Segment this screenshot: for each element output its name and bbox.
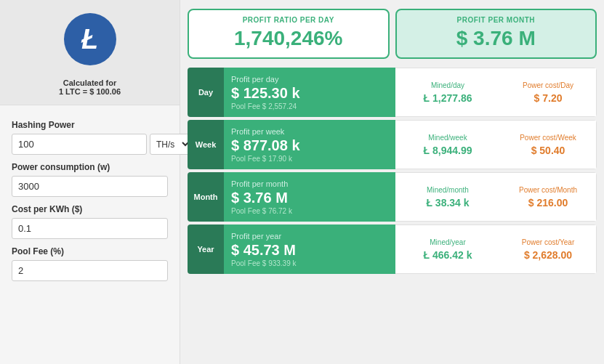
row-mined-cell-3: Mined/year Ł 466.42 k <box>395 225 500 274</box>
row-profit-label-2: Profit per month <box>231 179 388 188</box>
ltc-logo-text: Ł <box>81 24 98 55</box>
ltc-logo: Ł <box>64 13 116 65</box>
row-power-value-1: $ 50.40 <box>531 145 565 156</box>
profit-month-label: PROFIT PER MONTH <box>404 16 589 24</box>
row-mined-value-1: Ł 8,944.99 <box>424 145 472 156</box>
row-period-day: Day <box>188 68 224 117</box>
table-grid: Day Profit per day $ 125.30 k Pool Fee $… <box>188 68 597 274</box>
row-pool-fee-3: Pool Fee $ 933.39 k <box>231 259 388 267</box>
row-mined-label-1: Mined/week <box>428 134 467 142</box>
summary-row: PROFIT RATIO PER DAY 1,740,246% PROFIT P… <box>188 9 597 59</box>
row-power-cell-2: Power cost/Month $ 216.00 <box>500 172 597 222</box>
row-power-cell-0: Power cost/Day $ 7.20 <box>500 68 597 117</box>
row-power-value-0: $ 7.20 <box>534 92 563 104</box>
row-profit-cell-1: Profit per week $ 877.08 k Pool Fee $ 17… <box>224 120 395 169</box>
row-profit-value-0: $ 125.30 k <box>231 85 388 102</box>
row-mined-value-0: Ł 1,277.86 <box>424 92 472 104</box>
pool-fee-input[interactable] <box>12 260 168 281</box>
row-power-value-2: $ 216.00 <box>528 197 568 209</box>
row-mined-value-3: Ł 466.42 k <box>424 249 472 261</box>
row-mined-value-2: Ł 38.34 k <box>426 197 469 209</box>
cost-per-kwh-label: Cost per KWh ($) <box>12 204 168 214</box>
power-consumption-row <box>12 176 168 197</box>
profit-month-value: $ 3.76 M <box>404 27 589 50</box>
main-container: Ł Calculated for 1 LTC = $ 100.06 Hashin… <box>0 0 604 364</box>
row-pool-fee-0: Pool Fee $ 2,557.24 <box>231 102 388 110</box>
row-mined-cell-2: Mined/month Ł 38.34 k <box>395 172 500 222</box>
left-panel: Ł Calculated for 1 LTC = $ 100.06 Hashin… <box>0 0 180 364</box>
row-mined-label-2: Mined/month <box>427 186 469 194</box>
form-section: Hashing Power TH/s GH/s MH/s Power consu… <box>0 105 180 281</box>
row-profit-value-2: $ 3.76 M <box>231 190 388 206</box>
right-panel: PROFIT RATIO PER DAY 1,740,246% PROFIT P… <box>180 0 604 364</box>
pool-fee-label: Pool Fee (%) <box>12 246 168 256</box>
row-profit-cell-3: Profit per year $ 45.73 M Pool Fee $ 933… <box>224 225 395 274</box>
hashing-power-label: Hashing Power <box>12 120 168 130</box>
row-profit-label-3: Profit per year <box>231 232 388 240</box>
row-pool-fee-2: Pool Fee $ 76.72 k <box>231 207 388 215</box>
row-profit-label-0: Profit per day <box>231 75 388 84</box>
row-profit-value-3: $ 45.73 M <box>231 242 388 259</box>
row-period-year: Year <box>188 225 224 274</box>
row-power-value-3: $ 2,628.00 <box>524 249 572 261</box>
row-power-cell-1: Power cost/Week $ 50.40 <box>500 120 597 169</box>
hashing-power-input[interactable] <box>12 134 147 155</box>
row-mined-label-3: Mined/year <box>430 238 465 246</box>
row-period-week: Week <box>188 120 224 169</box>
power-consumption-label: Power consumption (w) <box>12 162 168 172</box>
calc-for-section: Calculated for 1 LTC = $ 100.06 <box>0 74 180 105</box>
table-row: Month Profit per month $ 3.76 M Pool Fee… <box>188 172 597 222</box>
cost-per-kwh-row <box>12 218 168 239</box>
row-mined-cell-0: Mined/day Ł 1,277.86 <box>395 68 500 117</box>
pool-fee-row <box>12 260 168 281</box>
calc-for-value: 1 LTC = $ 100.06 <box>59 87 121 96</box>
row-power-label-3: Power cost/Year <box>522 238 574 246</box>
row-profit-label-1: Profit per week <box>231 127 388 136</box>
row-profit-cell-0: Profit per day $ 125.30 k Pool Fee $ 2,5… <box>224 68 395 117</box>
table-row: Year Profit per year $ 45.73 M Pool Fee … <box>188 225 597 274</box>
table-row: Day Profit per day $ 125.30 k Pool Fee $… <box>188 68 597 117</box>
table-row: Week Profit per week $ 877.08 k Pool Fee… <box>188 120 597 169</box>
row-pool-fee-1: Pool Fee $ 17.90 k <box>231 155 388 163</box>
row-mined-cell-1: Mined/week Ł 8,944.99 <box>395 120 500 169</box>
row-power-label-2: Power cost/Month <box>519 186 577 194</box>
power-consumption-input[interactable] <box>12 176 168 197</box>
hashing-power-row: TH/s GH/s MH/s <box>12 134 168 155</box>
profit-ratio-label: PROFIT RATIO PER DAY <box>196 16 381 24</box>
row-period-month: Month <box>188 172 224 222</box>
profit-ratio-card: PROFIT RATIO PER DAY 1,740,246% <box>188 9 390 59</box>
logo-area: Ł <box>0 0 180 74</box>
row-power-label-0: Power cost/Day <box>523 81 573 89</box>
profit-ratio-value: 1,740,246% <box>196 27 381 50</box>
row-profit-cell-2: Profit per month $ 3.76 M Pool Fee $ 76.… <box>224 172 395 222</box>
cost-per-kwh-input[interactable] <box>12 218 168 239</box>
profit-month-card: PROFIT PER MONTH $ 3.76 M <box>395 9 597 59</box>
row-power-cell-3: Power cost/Year $ 2,628.00 <box>500 225 597 274</box>
row-power-label-1: Power cost/Week <box>520 134 576 142</box>
row-mined-label-0: Mined/day <box>431 81 464 89</box>
calc-for-label: Calculated for <box>63 78 116 87</box>
row-profit-value-1: $ 877.08 k <box>231 137 388 154</box>
